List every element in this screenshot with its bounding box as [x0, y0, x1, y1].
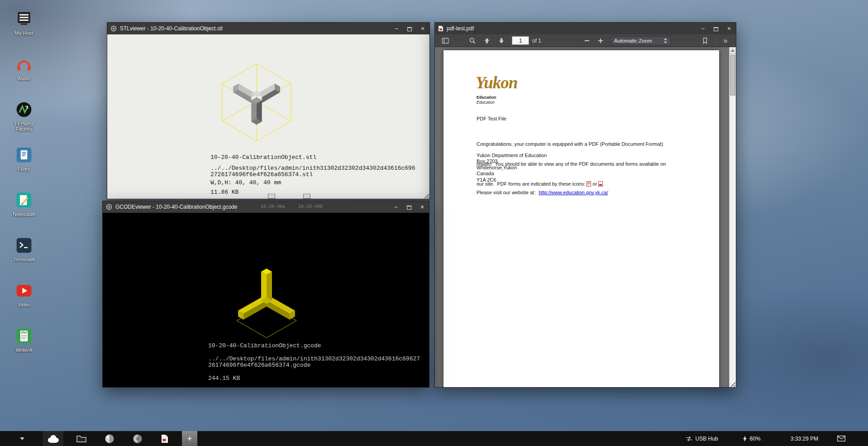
maximize-button[interactable]: [405, 203, 413, 211]
scroll-up-icon: [731, 49, 734, 52]
close-button[interactable]: ×: [725, 24, 733, 33]
more-tools-button[interactable]: »: [720, 35, 731, 46]
taskbar-gcodeviewer-button[interactable]: [129, 431, 147, 446]
scrollbar-thumb[interactable]: [730, 55, 735, 96]
gcode-path-line1: ../../Desktop/files/admin/inith31302d323…: [208, 356, 420, 362]
plus-icon: [597, 37, 604, 44]
page-number-input[interactable]: [512, 36, 529, 45]
para-or: or: [592, 181, 597, 187]
doc-heading: PDF Test File: [477, 116, 506, 121]
bookmark-icon: [701, 37, 709, 44]
desktop-icon-terminala[interactable]: TerminalA: [6, 234, 42, 279]
usb-hub-item[interactable]: USB Hub: [685, 436, 718, 442]
minimize-button[interactable]: −: [392, 203, 400, 211]
stl-3d-viewport[interactable]: 10-20-40-CalibrationObject.stl ../../Des…: [107, 34, 429, 199]
minimize-button[interactable]: −: [699, 24, 706, 33]
taskbar-stlviewer-button[interactable]: [100, 431, 119, 446]
add-app-button[interactable]: +: [182, 431, 197, 446]
cloud-icon: [46, 434, 60, 443]
maximize-button[interactable]: [712, 24, 720, 33]
file-manager-button[interactable]: [72, 431, 91, 446]
pdf-page: Yukon Education Éducation PDF Test File …: [444, 50, 719, 387]
battery-item[interactable]: 60%: [743, 436, 761, 442]
zoom-select-value: Automatic Zoom: [614, 38, 652, 43]
close-button[interactable]: ×: [419, 203, 426, 211]
website-label: Please visit our website at:: [477, 190, 535, 195]
pdf-form-icon: [598, 181, 603, 187]
mail-icon[interactable]: [837, 436, 845, 441]
pdf-file-icon: [438, 25, 444, 32]
address-block: Yukon Department of Education Box 2703 W…: [477, 153, 547, 183]
desktop-icon-filary[interactable]: Filary: [6, 143, 42, 188]
artifact-widget-1[interactable]: [268, 194, 275, 199]
desktop-icon-ffmpeg-factory[interactable]: FFmpeg Factory: [6, 98, 42, 143]
maximize-icon: [714, 27, 718, 31]
usb-hub-label: USB Hub: [696, 436, 718, 442]
zoom-out-button[interactable]: [581, 35, 593, 46]
desktop-icon-notepada[interactable]: NotepadA: [6, 188, 42, 234]
yukon-logo-education-fr: Éducation: [477, 100, 495, 105]
cloud-button[interactable]: [43, 431, 63, 446]
resize-grip[interactable]: [422, 192, 429, 198]
pdf-titlebar[interactable]: pdf-test.pdf − ×: [435, 23, 736, 34]
stl-path-line2: 2726174696f6e4f626a656374.stl: [210, 172, 415, 178]
zoom-select[interactable]: Automatic Zoom: [611, 36, 671, 45]
page-count-label: of 1: [532, 38, 541, 44]
menu-caret-icon[interactable]: [20, 437, 24, 440]
pdf-content-area[interactable]: Yukon Education Éducation PDF Test File …: [435, 47, 736, 387]
window-controls: − ×: [393, 24, 426, 33]
stl-window-title: STLviewer - 10-20-40-CalibrationObject.s…: [120, 25, 223, 32]
desktop-icon-label: Video: [18, 302, 30, 307]
sidebar-toggle-icon: [442, 37, 449, 44]
scroll-up-button[interactable]: [730, 47, 736, 54]
desktop-icon-my-host[interactable]: My Host: [6, 7, 42, 53]
desktop-icon-label: WriterA: [16, 347, 32, 353]
gcode-3d-viewport[interactable]: 10-20-40-CalibrationObject.gcode ../../D…: [103, 213, 429, 387]
window-controls: − ×: [699, 24, 733, 33]
ghost-text-a: 10-20-40a: [261, 204, 285, 209]
search-button[interactable]: [467, 35, 478, 46]
next-page-button[interactable]: [496, 35, 507, 46]
desktop-icon-label: NotepadA: [13, 211, 35, 217]
pdf-toolbar: of 1 Automatic Zoom »: [435, 34, 736, 47]
window-controls: − ×: [392, 203, 426, 211]
gcode-info-block: 10-20-40-CalibrationObject.gcode ../../D…: [208, 343, 420, 382]
sidebar-toggle-button[interactable]: [439, 35, 451, 46]
stl-filename: 10-20-40-CalibrationObject.stl: [210, 154, 415, 161]
vertical-scrollbar[interactable]: [729, 47, 736, 387]
desktop-icon-label: TerminalA: [13, 257, 35, 262]
stl-file-size: 11.86 KB: [210, 189, 415, 196]
desktop-icon-column: My Host Audio FFmpeg Factory Filary: [6, 7, 42, 369]
desktop-icon-label: Filary: [18, 166, 30, 172]
minimize-button[interactable]: −: [393, 24, 400, 33]
desktop-icon-label: My Host: [15, 30, 33, 36]
previous-page-button[interactable]: [481, 35, 493, 46]
gcode-titlebar[interactable]: GCODEviewer - 10-20-40-CalibrationObject…: [103, 201, 429, 213]
gcode-window-title: GCODEviewer - 10-20-40-CalibrationObject…: [115, 204, 237, 210]
arrow-down-icon: [498, 37, 505, 44]
zoom-in-button[interactable]: [595, 35, 606, 46]
maximize-button[interactable]: [406, 24, 413, 33]
desktop-icon-video[interactable]: Video: [6, 279, 42, 324]
gcodeviewer-app-icon: [106, 204, 112, 210]
artifact-widget-2[interactable]: [303, 194, 310, 199]
pdf-doc-icon: [587, 181, 591, 187]
spinner-arrows-icon: [663, 38, 668, 44]
stl-titlebar[interactable]: STLviewer - 10-20-40-CalibrationObject.s…: [107, 23, 429, 34]
close-button[interactable]: ×: [419, 24, 426, 33]
toolbar-divider: [715, 37, 715, 44]
desktop-icon-writera[interactable]: WriterA: [6, 324, 42, 369]
writer-icon: [15, 327, 33, 345]
headphones-icon: [15, 55, 33, 73]
bookmark-button[interactable]: [699, 35, 711, 46]
pdf-taskbar-icon: [161, 434, 168, 443]
ghost-text-b: 10-20-40b: [298, 204, 323, 209]
notepad-icon: [15, 191, 33, 209]
minus-icon: [583, 37, 591, 44]
taskbar-pdf-button[interactable]: [156, 431, 174, 446]
desktop-icon-audio[interactable]: Audio: [6, 53, 42, 98]
address-line: Y1A 2C6: [477, 177, 547, 183]
usb-icon: [685, 436, 693, 441]
address-line: Box 2703: [477, 158, 547, 164]
website-link[interactable]: http://www.education.gov.yk.ca/: [539, 190, 608, 195]
